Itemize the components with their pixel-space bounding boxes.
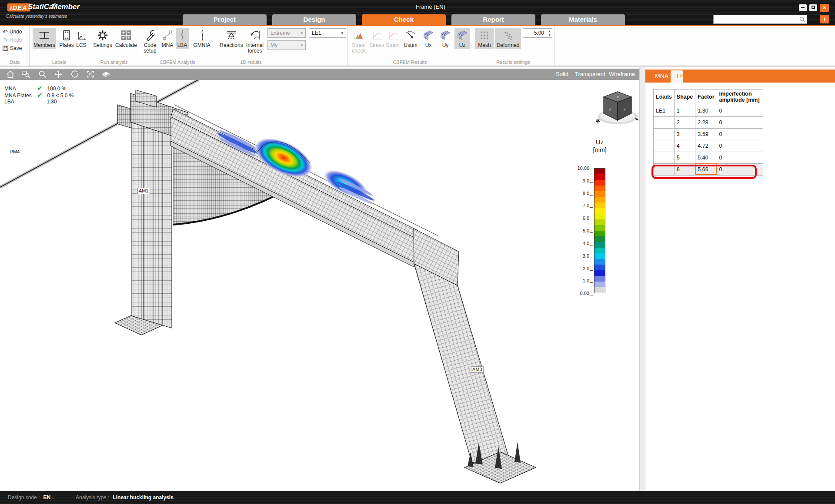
col-shape[interactable]: Shape	[674, 90, 695, 105]
member-label-am1[interactable]: AM1	[137, 188, 150, 194]
view-cube[interactable]: z y x	[595, 88, 640, 129]
legend-tick: 3.0	[568, 253, 593, 259]
zoom-window-icon[interactable]	[20, 70, 32, 79]
clipping-box-icon[interactable]	[100, 70, 112, 79]
mna-label: MNA	[162, 43, 174, 48]
plates-button[interactable]: Plates	[58, 28, 75, 49]
search-box[interactable]	[713, 15, 807, 24]
pan-icon[interactable]	[52, 70, 64, 79]
view-mode-wireframe[interactable]: Wireframe	[609, 71, 635, 77]
zoom-extents-icon[interactable]	[84, 70, 97, 79]
strain-button[interactable]: Strain	[385, 28, 401, 49]
view-mode-transparent[interactable]: Transparent	[575, 71, 605, 77]
member-label-am3[interactable]: AM3	[471, 366, 484, 373]
status-row-mna: MNA ✔ 100.0 %	[4, 85, 66, 92]
ribbon-group-cbfem-analysis: Code setup MNA LBA GMNIA CBFEM Analysis	[139, 26, 216, 66]
close-button[interactable]: ×	[820, 4, 829, 12]
table-row[interactable]: 3 3.590	[654, 128, 763, 140]
uy-button[interactable]: Uy	[438, 28, 453, 49]
tab-design[interactable]: Design	[272, 14, 356, 25]
strain-check-button[interactable]: Strain check	[349, 28, 368, 54]
column-am1[interactable]	[132, 120, 172, 328]
col-factor[interactable]: Factor	[695, 90, 717, 105]
table-row-selected[interactable]: 6 5.66 0	[654, 163, 763, 175]
legend-color-bar	[594, 168, 605, 293]
legend-tick: 10.00	[568, 165, 593, 171]
tab-report[interactable]: Report	[451, 14, 535, 25]
statica-text: StatiCa	[28, 3, 53, 11]
save-label: Save	[10, 45, 22, 51]
table-row[interactable]: LE11 1.300	[654, 105, 763, 116]
maximize-icon	[812, 6, 815, 9]
uz-button[interactable]: Uz	[454, 28, 470, 49]
deformed-scale-spinner[interactable]: 5.00 ▲▼	[523, 28, 552, 38]
members-icon	[38, 29, 51, 42]
my-dropdown[interactable]: My ▼	[267, 40, 306, 50]
tab-check[interactable]: Check	[362, 14, 446, 25]
lcs-button[interactable]: LCS	[75, 28, 88, 49]
save-button[interactable]: Save	[3, 45, 22, 51]
zoom-icon[interactable]	[37, 70, 49, 79]
stress-button[interactable]: Stress	[369, 28, 384, 49]
title-bar: IDEA StatiCa® Member Calculate yesterday…	[0, 0, 835, 26]
info-button[interactable]: i	[820, 15, 829, 23]
internal-forces-label: Internal forces	[244, 43, 265, 53]
table-row[interactable]: 2 2.280	[654, 116, 763, 128]
settings-gear-icon	[96, 29, 109, 42]
product-name: Member	[51, 3, 80, 11]
legend-title: Uz	[584, 138, 616, 146]
deformed-button[interactable]: Deformed	[495, 28, 521, 49]
ribbon-group-results-settings: Mesh Deformed 5.00 ▲▼ Results settings	[472, 26, 554, 66]
undo-label: Undo	[10, 29, 22, 35]
lba-icon	[176, 29, 189, 42]
analysis-type-value: Linear buckling analysis	[113, 494, 173, 501]
internal-forces-button[interactable]: Internal forces	[244, 28, 266, 54]
member-label-rm4[interactable]: RM4	[9, 149, 20, 155]
results-tab-bar: MNA LBA	[645, 70, 835, 83]
status-value: 100.0 %	[47, 86, 66, 92]
col-imperfection[interactable]: Imperfection amplitude [mm]	[717, 90, 763, 105]
legend-tick: 7.0	[568, 202, 593, 209]
search-input[interactable]	[715, 16, 797, 23]
extreme-dropdown[interactable]: Extreme ▼	[267, 28, 306, 38]
tab-materials[interactable]: Materials	[541, 14, 625, 25]
reactions-button[interactable]: Reactions	[219, 28, 244, 49]
extreme-value: Extreme	[271, 30, 290, 36]
calculate-button[interactable]: Calculate	[114, 28, 138, 49]
uz-label: Uz	[459, 43, 466, 48]
usum-button[interactable]: Usum	[402, 28, 419, 49]
table-row[interactable]: 4 4.720	[654, 140, 763, 152]
load-case-dropdown[interactable]: LE1 ▼	[309, 28, 346, 38]
mna-icon	[161, 29, 174, 42]
svg-text:x: x	[623, 107, 626, 112]
col-loads[interactable]: Loads	[654, 90, 675, 105]
panel-splitter[interactable]	[639, 67, 645, 491]
table-row[interactable]: 5 5.400	[654, 152, 763, 163]
mna-button[interactable]: MNA	[160, 28, 175, 49]
home-view-icon[interactable]	[4, 70, 17, 79]
gmnia-button[interactable]: GMNIA	[190, 28, 213, 49]
minimize-button[interactable]	[799, 4, 807, 11]
spinner-arrows-icon[interactable]: ▲▼	[548, 29, 551, 37]
ux-button[interactable]: Ux	[421, 28, 436, 49]
view-mode-solid[interactable]: Solid	[556, 71, 568, 77]
rotate-icon[interactable]	[69, 70, 81, 79]
undo-button[interactable]: ↶ Undo	[3, 29, 22, 35]
maximize-button[interactable]	[809, 4, 817, 11]
code-setup-button[interactable]: Code setup	[141, 28, 159, 54]
minimize-icon	[801, 7, 805, 8]
reactions-label: Reactions	[220, 43, 243, 48]
mesh-button[interactable]: Mesh	[475, 28, 494, 49]
redo-button[interactable]: ↷ Redo	[3, 37, 22, 43]
ribbon: ↶ Undo ↷ Redo Save Data Members	[0, 26, 835, 66]
lba-button[interactable]: LBA	[176, 28, 189, 49]
settings-button[interactable]: Settings	[92, 28, 114, 49]
svg-text:y: y	[609, 106, 611, 111]
usum-label: Usum	[404, 43, 417, 48]
tab-lba[interactable]: LBA	[671, 70, 683, 83]
tab-project[interactable]: Project	[183, 14, 267, 25]
viewport-3d[interactable]: Solid Transparent Wireframe MNA ✔ 100.0 …	[0, 67, 639, 491]
members-button[interactable]: Members	[33, 28, 56, 49]
plates-icon	[60, 29, 73, 42]
leg-am3[interactable]	[414, 264, 509, 463]
